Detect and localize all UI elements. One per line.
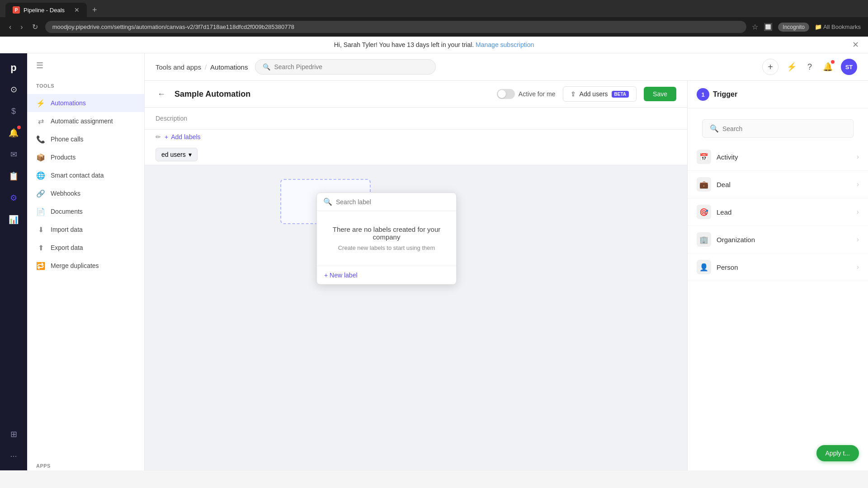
active-toggle[interactable] — [497, 89, 515, 99]
deals-nav-icon[interactable]: $ — [5, 102, 23, 120]
sidebar-item-products[interactable]: 📦 Products — [27, 148, 144, 166]
mail-nav-icon[interactable]: ✉ — [5, 145, 23, 164]
save-button[interactable]: Save — [644, 87, 676, 101]
panel-item-left: 🏢 Organization — [697, 232, 755, 247]
sidebar-item-phone-calls[interactable]: 📞 Phone calls — [27, 130, 144, 148]
notification-bar: Hi, Sarah Tyler! You have 13 days left i… — [0, 37, 868, 53]
sidebar-item-label: Import data — [51, 226, 83, 233]
sidebar-item-label: Phone calls — [51, 136, 83, 143]
right-search-bar[interactable]: 🔍 — [702, 119, 854, 138]
label-dropdown: 🔍 There are no labels created for your c… — [316, 192, 457, 285]
activity-icon-button[interactable]: ⚡ — [784, 59, 799, 75]
deal-label: Deal — [717, 181, 731, 188]
tab-close-button[interactable]: ✕ — [74, 6, 80, 14]
nav-actions: ☆ 🔲 Incognito — [752, 23, 809, 32]
logo-icon[interactable]: p — [5, 59, 23, 77]
bookmarks-label[interactable]: 📁 All Bookmarks — [815, 23, 861, 30]
products-icon: 📦 — [36, 153, 45, 162]
sidebar-collapse-button[interactable]: ☰ — [36, 61, 43, 70]
notification-close-button[interactable]: ✕ — [852, 40, 859, 50]
breadcrumb-parent[interactable]: Tools and apps — [156, 63, 201, 71]
user-avatar[interactable]: ST — [841, 59, 857, 75]
panel-item-deal[interactable]: 💼 Deal › — [688, 171, 868, 198]
activity-label: Activity — [717, 153, 738, 161]
label-empty-title: There are no labels created for your com… — [328, 225, 445, 241]
back-button[interactable]: ← — [156, 88, 167, 101]
label-search-icon: 🔍 — [323, 197, 332, 206]
canvas-panel: ← Sample Automation Active for me ⇪ Add … — [145, 81, 687, 470]
sidebar-item-documents[interactable]: 📄 Documents — [27, 202, 144, 221]
activity-panel-icon: 📅 — [697, 150, 711, 164]
right-search-wrapper: 🔍 — [688, 108, 868, 143]
right-search-icon: 🔍 — [710, 124, 719, 133]
bookmark-icon[interactable]: ☆ — [752, 23, 758, 31]
panel-item-activity[interactable]: 📅 Activity › — [688, 143, 868, 171]
sidebar-header: ☰ — [27, 53, 144, 78]
label-empty-subtitle: Create new labels to start using them — [328, 244, 445, 251]
person-label: Person — [717, 263, 738, 271]
browser-tab[interactable]: P Pipeline - Deals ✕ — [5, 3, 87, 17]
main-content: Tools and apps / Automations 🔍 + ⚡ ? 🔔 — [145, 53, 868, 470]
breadcrumb-separator: / — [205, 63, 207, 71]
smart-contact-icon: 🌐 — [36, 171, 45, 180]
panel-item-left: 📅 Activity — [697, 150, 738, 164]
documents-icon: 📄 — [36, 207, 45, 216]
forward-nav-button[interactable]: › — [19, 21, 24, 33]
notification-icon-button[interactable]: 🔔 — [820, 59, 835, 75]
app-body: p ⊙ $ 🔔 ✉ 📋 ⚙ 📊 ⊞ ··· ☰ TOOLS ⚡ — [0, 53, 868, 470]
extension-icon[interactable]: 🔲 — [764, 23, 773, 31]
sidebar-item-export[interactable]: ⬆ Export data — [27, 239, 144, 257]
lead-chevron: › — [857, 208, 859, 216]
right-search-input[interactable] — [722, 125, 846, 132]
add-button[interactable]: + — [762, 59, 778, 75]
add-labels-button[interactable]: + Add labels — [165, 133, 201, 141]
sidebar-item-automatic-assignment[interactable]: ⇄ Automatic assignment — [27, 112, 144, 130]
apply-button[interactable]: Apply t... — [816, 445, 859, 461]
notification-link[interactable]: Manage subscription — [476, 41, 534, 48]
breadcrumb: Tools and apps / Automations — [156, 63, 248, 71]
more-nav-icon[interactable]: ··· — [5, 447, 23, 465]
person-chevron: › — [857, 263, 859, 271]
search-input[interactable] — [274, 63, 428, 70]
tab-bar: P Pipeline - Deals ✕ + — [0, 0, 868, 17]
merge-icon: 🔁 — [36, 261, 45, 270]
reports-nav-icon[interactable]: 📊 — [5, 211, 23, 229]
global-search-bar[interactable]: 🔍 — [255, 59, 436, 75]
toggle-label: Active for me — [519, 90, 556, 98]
tools-nav-icon[interactable]: ⚙ — [5, 189, 23, 207]
sidebar-item-label: Webhooks — [51, 190, 80, 197]
panel-item-organization[interactable]: 🏢 Organization › — [688, 226, 868, 253]
panel-item-person[interactable]: 👤 Person › — [688, 253, 868, 281]
refresh-nav-button[interactable]: ↻ — [30, 21, 40, 33]
sidebar-item-webhooks[interactable]: 🔗 Webhooks — [27, 184, 144, 202]
users-dropdown-button[interactable]: ed users ▾ — [156, 148, 198, 161]
add-users-button[interactable]: ⇪ Add users BETA — [563, 86, 637, 102]
tab-title: Pipeline - Deals — [24, 7, 65, 14]
label-search-input[interactable] — [336, 198, 450, 206]
sidebar-item-merge[interactable]: 🔁 Merge duplicates — [27, 257, 144, 275]
new-label-button[interactable]: + New label — [317, 266, 456, 284]
sidebar-section-apps: APPS — [27, 458, 144, 470]
help-icon-button[interactable]: ? — [805, 60, 815, 75]
activity-nav-icon[interactable]: 📋 — [5, 167, 23, 185]
sidebar-item-label: Export data — [51, 244, 83, 251]
edit-icon: ✏ — [156, 133, 161, 141]
back-nav-button[interactable]: ‹ — [7, 21, 13, 33]
home-nav-icon[interactable]: ⊙ — [5, 80, 23, 99]
address-bar[interactable] — [45, 21, 747, 33]
layers-nav-icon[interactable]: ⊞ — [5, 425, 23, 443]
sidebar-item-import[interactable]: ⬇ Import data — [27, 221, 144, 239]
sidebar-item-automations[interactable]: ⚡ Automations — [27, 94, 144, 112]
panel-item-lead[interactable]: 🎯 Lead › — [688, 198, 868, 226]
organization-panel-icon: 🏢 — [697, 232, 711, 247]
plus-icon: + — [165, 133, 168, 141]
sidebar-item-smart-contact[interactable]: 🌐 Smart contact data — [27, 166, 144, 184]
app: Hi, Sarah Tyler! You have 13 days left i… — [0, 37, 868, 470]
sidebar-nav: ⚡ Automations ⇄ Automatic assignment 📞 P… — [27, 90, 144, 458]
description-label: Description — [156, 115, 187, 122]
panel-item-left: 🎯 Lead — [697, 205, 731, 219]
new-tab-button[interactable]: + — [89, 4, 101, 17]
top-bar: Tools and apps / Automations 🔍 + ⚡ ? 🔔 — [145, 53, 868, 81]
notifications-nav-icon[interactable]: 🔔 — [5, 124, 23, 142]
beta-badge: BETA — [612, 91, 629, 98]
